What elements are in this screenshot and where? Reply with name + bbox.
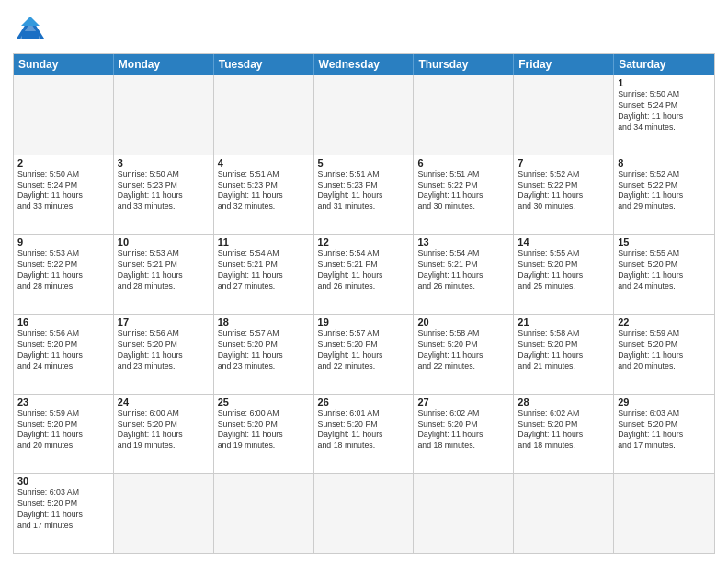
day-info: Sunrise: 5:56 AM Sunset: 5:20 PM Dayligh… xyxy=(17,328,109,373)
day-number: 24 xyxy=(118,396,210,408)
day-number: 7 xyxy=(518,157,609,168)
cal-week-5: 30Sunrise: 6:03 AM Sunset: 5:20 PM Dayli… xyxy=(14,473,714,553)
day-info: Sunrise: 5:55 AM Sunset: 5:20 PM Dayligh… xyxy=(618,248,711,293)
cal-week-0: 1Sunrise: 5:50 AM Sunset: 5:24 PM Daylig… xyxy=(14,75,714,155)
svg-marker-3 xyxy=(21,17,40,26)
cal-cell-0-0 xyxy=(14,75,114,155)
cal-cell-2-1: 10Sunrise: 5:53 AM Sunset: 5:21 PM Dayli… xyxy=(114,235,214,314)
day-info: Sunrise: 5:53 AM Sunset: 5:22 PM Dayligh… xyxy=(17,248,109,293)
cal-cell-4-3: 26Sunrise: 6:01 AM Sunset: 5:20 PM Dayli… xyxy=(314,395,415,474)
day-info: Sunrise: 5:57 AM Sunset: 5:20 PM Dayligh… xyxy=(218,328,310,373)
day-info: Sunrise: 5:56 AM Sunset: 5:20 PM Dayligh… xyxy=(118,328,210,373)
day-number: 13 xyxy=(417,236,509,247)
day-number: 12 xyxy=(318,236,410,247)
day-info: Sunrise: 5:54 AM Sunset: 5:21 PM Dayligh… xyxy=(218,248,310,293)
cal-header-thursday: Thursday xyxy=(414,54,514,75)
day-info: Sunrise: 5:54 AM Sunset: 5:21 PM Dayligh… xyxy=(318,248,410,293)
day-info: Sunrise: 5:55 AM Sunset: 5:20 PM Dayligh… xyxy=(518,248,609,293)
day-number: 3 xyxy=(118,157,210,168)
cal-cell-3-5: 21Sunrise: 5:58 AM Sunset: 5:20 PM Dayli… xyxy=(514,315,614,394)
cal-header-saturday: Saturday xyxy=(614,54,714,75)
cal-week-2: 9Sunrise: 5:53 AM Sunset: 5:22 PM Daylig… xyxy=(14,234,714,314)
cal-cell-5-0: 30Sunrise: 6:03 AM Sunset: 5:20 PM Dayli… xyxy=(14,474,114,553)
day-number: 11 xyxy=(218,236,310,247)
cal-cell-3-6: 22Sunrise: 5:59 AM Sunset: 5:20 PM Dayli… xyxy=(614,315,714,394)
day-info: Sunrise: 5:50 AM Sunset: 5:23 PM Dayligh… xyxy=(118,169,210,213)
cal-cell-0-4 xyxy=(414,75,514,155)
day-info: Sunrise: 6:02 AM Sunset: 5:20 PM Dayligh… xyxy=(518,408,609,453)
cal-cell-1-3: 5Sunrise: 5:51 AM Sunset: 5:23 PM Daylig… xyxy=(314,155,415,235)
day-info: Sunrise: 5:51 AM Sunset: 5:22 PM Dayligh… xyxy=(417,169,509,213)
day-info: Sunrise: 5:58 AM Sunset: 5:20 PM Dayligh… xyxy=(417,328,509,373)
cal-week-1: 2Sunrise: 5:50 AM Sunset: 5:24 PM Daylig… xyxy=(14,155,714,235)
day-info: Sunrise: 6:01 AM Sunset: 5:20 PM Dayligh… xyxy=(318,408,410,453)
cal-cell-2-4: 13Sunrise: 5:54 AM Sunset: 5:21 PM Dayli… xyxy=(414,235,514,314)
page: SundayMondayTuesdayWednesdayThursdayFrid… xyxy=(0,0,728,563)
day-number: 8 xyxy=(618,157,711,168)
day-info: Sunrise: 6:03 AM Sunset: 5:20 PM Dayligh… xyxy=(618,408,711,453)
day-number: 14 xyxy=(518,236,609,247)
cal-cell-3-3: 19Sunrise: 5:57 AM Sunset: 5:20 PM Dayli… xyxy=(314,315,415,394)
cal-header-monday: Monday xyxy=(114,54,214,75)
day-number: 25 xyxy=(218,396,310,408)
cal-cell-5-5 xyxy=(514,474,614,553)
cal-cell-5-3 xyxy=(314,474,415,553)
day-number: 10 xyxy=(118,236,210,247)
cal-week-3: 16Sunrise: 5:56 AM Sunset: 5:20 PM Dayli… xyxy=(14,314,714,394)
day-number: 5 xyxy=(318,157,410,168)
day-info: Sunrise: 5:54 AM Sunset: 5:21 PM Dayligh… xyxy=(417,248,509,293)
logo xyxy=(13,13,51,48)
cal-cell-3-2: 18Sunrise: 5:57 AM Sunset: 5:20 PM Dayli… xyxy=(214,315,314,394)
day-number: 28 xyxy=(518,396,609,408)
cal-cell-5-2 xyxy=(214,474,314,553)
cal-cell-0-1 xyxy=(114,75,214,155)
cal-week-4: 23Sunrise: 5:59 AM Sunset: 5:20 PM Dayli… xyxy=(14,394,714,474)
cal-cell-1-2: 4Sunrise: 5:51 AM Sunset: 5:23 PM Daylig… xyxy=(214,155,314,235)
cal-header-wednesday: Wednesday xyxy=(314,54,415,75)
calendar-header-row: SundayMondayTuesdayWednesdayThursdayFrid… xyxy=(14,54,714,75)
calendar-body: 1Sunrise: 5:50 AM Sunset: 5:24 PM Daylig… xyxy=(14,75,714,553)
cal-cell-0-3 xyxy=(314,75,415,155)
cal-cell-1-5: 7Sunrise: 5:52 AM Sunset: 5:22 PM Daylig… xyxy=(514,155,614,235)
cal-cell-0-2 xyxy=(214,75,314,155)
calendar: SundayMondayTuesdayWednesdayThursdayFrid… xyxy=(13,53,715,554)
cal-cell-2-6: 15Sunrise: 5:55 AM Sunset: 5:20 PM Dayli… xyxy=(614,235,714,314)
day-number: 16 xyxy=(17,316,109,327)
cal-cell-3-4: 20Sunrise: 5:58 AM Sunset: 5:20 PM Dayli… xyxy=(414,315,514,394)
cal-cell-0-6: 1Sunrise: 5:50 AM Sunset: 5:24 PM Daylig… xyxy=(614,75,714,155)
day-number: 29 xyxy=(618,396,711,408)
day-number: 21 xyxy=(518,316,609,327)
day-number: 23 xyxy=(17,396,109,408)
day-number: 20 xyxy=(417,316,509,327)
cal-cell-4-1: 24Sunrise: 6:00 AM Sunset: 5:20 PM Dayli… xyxy=(114,395,214,474)
cal-cell-5-6 xyxy=(614,474,714,553)
day-number: 18 xyxy=(218,316,310,327)
day-number: 22 xyxy=(618,316,711,327)
day-info: Sunrise: 5:59 AM Sunset: 5:20 PM Dayligh… xyxy=(17,408,109,453)
cal-header-friday: Friday xyxy=(514,54,614,75)
svg-rect-2 xyxy=(22,31,39,39)
day-info: Sunrise: 5:53 AM Sunset: 5:21 PM Dayligh… xyxy=(118,248,210,293)
cal-header-sunday: Sunday xyxy=(14,54,114,75)
cal-cell-4-2: 25Sunrise: 6:00 AM Sunset: 5:20 PM Dayli… xyxy=(214,395,314,474)
cal-cell-1-0: 2Sunrise: 5:50 AM Sunset: 5:24 PM Daylig… xyxy=(14,155,114,235)
day-number: 19 xyxy=(318,316,410,327)
day-info: Sunrise: 5:51 AM Sunset: 5:23 PM Dayligh… xyxy=(318,169,410,213)
cal-cell-2-0: 9Sunrise: 5:53 AM Sunset: 5:22 PM Daylig… xyxy=(14,235,114,314)
header xyxy=(13,9,715,48)
cal-cell-4-6: 29Sunrise: 6:03 AM Sunset: 5:20 PM Dayli… xyxy=(614,395,714,474)
cal-cell-5-1 xyxy=(114,474,214,553)
day-number: 9 xyxy=(17,236,109,247)
day-info: Sunrise: 5:57 AM Sunset: 5:20 PM Dayligh… xyxy=(318,328,410,373)
day-info: Sunrise: 6:02 AM Sunset: 5:20 PM Dayligh… xyxy=(417,408,509,453)
cal-cell-1-6: 8Sunrise: 5:52 AM Sunset: 5:22 PM Daylig… xyxy=(614,155,714,235)
cal-cell-1-1: 3Sunrise: 5:50 AM Sunset: 5:23 PM Daylig… xyxy=(114,155,214,235)
cal-cell-3-1: 17Sunrise: 5:56 AM Sunset: 5:20 PM Dayli… xyxy=(114,315,214,394)
cal-cell-4-5: 28Sunrise: 6:02 AM Sunset: 5:20 PM Dayli… xyxy=(514,395,614,474)
day-number: 2 xyxy=(17,157,109,168)
day-info: Sunrise: 5:52 AM Sunset: 5:22 PM Dayligh… xyxy=(518,169,609,213)
cal-cell-1-4: 6Sunrise: 5:51 AM Sunset: 5:22 PM Daylig… xyxy=(414,155,514,235)
logo-icon xyxy=(13,13,48,48)
cal-cell-2-3: 12Sunrise: 5:54 AM Sunset: 5:21 PM Dayli… xyxy=(314,235,415,314)
cal-cell-0-5 xyxy=(514,75,614,155)
